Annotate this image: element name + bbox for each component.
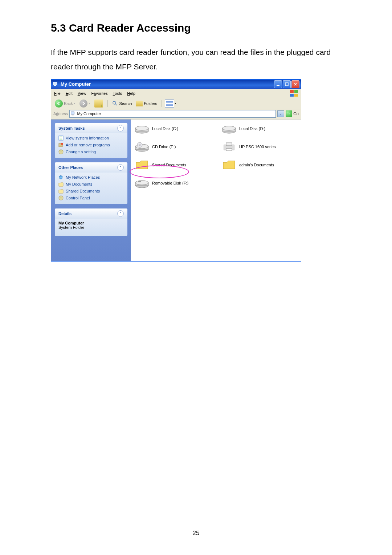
go-arrow-icon: →: [286, 110, 292, 117]
change-setting-link[interactable]: Change a setting: [58, 149, 124, 154]
network-icon: [58, 175, 64, 180]
tasks-sidebar: System Tasks ⌃ View system information: [51, 119, 131, 261]
svg-rect-32: [226, 143, 232, 146]
views-icon: [165, 100, 174, 108]
control-panel-link[interactable]: Control Panel: [58, 195, 124, 200]
close-button[interactable]: [291, 80, 299, 88]
add-remove-icon: [58, 142, 64, 147]
drive-d[interactable]: Local Disk (D:): [222, 123, 291, 134]
my-documents-link[interactable]: My Documents: [58, 182, 124, 187]
other-places-panel: Other Places ⌃ My Network Places: [55, 162, 127, 204]
svg-rect-9: [294, 94, 298, 97]
forward-arrow-icon: [79, 100, 87, 108]
svg-rect-1: [54, 85, 56, 86]
search-button[interactable]: Search: [111, 100, 133, 107]
hard-disk-icon: [222, 123, 236, 134]
menu-favorites[interactable]: Favorites: [91, 91, 107, 96]
removable-disk-icon: [135, 178, 149, 189]
search-icon: [112, 101, 118, 106]
shared-documents-link[interactable]: Shared Documents: [58, 189, 124, 194]
shared-folder-icon: [58, 189, 64, 194]
svg-point-22: [135, 126, 148, 130]
svg-point-30: [139, 144, 140, 146]
folder-icon: [222, 159, 236, 170]
printer-icon: [222, 141, 236, 152]
folder-icon: [135, 159, 149, 170]
back-button[interactable]: Back ▾: [53, 99, 77, 108]
svg-point-19: [59, 196, 63, 200]
details-type: System Folder: [58, 225, 124, 230]
svg-rect-13: [72, 115, 74, 116]
svg-rect-8: [290, 94, 294, 97]
svg-rect-12: [71, 112, 74, 114]
folders-icon: [136, 101, 143, 106]
windows-logo-icon: [290, 90, 298, 97]
my-computer-small-icon: [70, 111, 75, 116]
view-system-info-link[interactable]: View system information: [58, 135, 124, 141]
cd-drive-icon: [135, 141, 149, 152]
address-label: Address: [53, 112, 68, 116]
menu-help[interactable]: Help: [127, 91, 135, 96]
svg-rect-37: [138, 181, 141, 182]
collapse-icon[interactable]: ⌃: [117, 125, 124, 131]
back-arrow-icon: [55, 100, 63, 108]
details-name: My Computer: [58, 221, 124, 225]
details-title: Details: [58, 211, 72, 216]
drive-e[interactable]: CD Drive (E:): [135, 141, 204, 152]
menu-bar: File Edit View Favorites Tools Help: [51, 89, 301, 98]
my-documents-icon: [58, 182, 64, 187]
svg-rect-2: [277, 85, 279, 86]
minimize-button[interactable]: [274, 80, 282, 88]
address-field[interactable]: My Computer: [69, 110, 276, 118]
svg-point-10: [113, 101, 116, 104]
my-computer-icon: [53, 81, 58, 87]
svg-point-25: [222, 126, 236, 130]
details-panel: Details ⌃ My Computer System Folder: [55, 208, 127, 236]
my-computer-window: My Computer File Edit View Favorites Too…: [51, 79, 301, 262]
views-button[interactable]: ▾: [165, 100, 176, 108]
system-tasks-title: System Tasks: [58, 126, 85, 130]
forward-button[interactable]: ▾: [78, 99, 91, 108]
up-folder-icon: [94, 100, 103, 108]
collapse-icon[interactable]: ⌃: [117, 164, 124, 171]
admins-documents-folder[interactable]: admin's Documents: [222, 159, 291, 170]
svg-point-17: [59, 150, 63, 154]
my-network-places-link[interactable]: My Network Places: [58, 175, 124, 180]
go-button[interactable]: → Go: [286, 110, 299, 117]
page-number: 25: [0, 530, 392, 537]
hp-printer[interactable]: HP PSC 1600 series: [222, 141, 291, 152]
svg-line-11: [115, 104, 117, 105]
add-remove-programs-link[interactable]: Add or remove programs: [58, 142, 124, 147]
svg-rect-3: [285, 83, 288, 86]
window-title: My Computer: [61, 81, 91, 87]
section-body: If the MFP supports card reader function…: [51, 45, 341, 74]
menu-view[interactable]: View: [78, 91, 86, 96]
window-titlebar: My Computer: [51, 80, 301, 89]
main-view: Local Disk (C:) Local Disk (D:): [131, 119, 301, 261]
other-places-title: Other Places: [58, 165, 83, 170]
toolbar: Back ▾ ▾ Search Folders: [51, 98, 301, 109]
control-panel-icon: [58, 149, 64, 154]
svg-rect-0: [53, 82, 57, 85]
drive-f-removable[interactable]: Removable Disk (F:): [135, 178, 204, 189]
svg-point-36: [135, 181, 148, 185]
hard-disk-icon: [135, 123, 149, 134]
menu-edit[interactable]: Edit: [66, 91, 73, 96]
maximize-button[interactable]: [283, 80, 291, 88]
menu-file[interactable]: File: [54, 91, 61, 96]
drive-c[interactable]: Local Disk (C:): [135, 123, 204, 134]
info-icon: [58, 135, 64, 141]
control-panel-icon: [58, 195, 64, 200]
address-bar: Address My Computer ⌄ → Go: [51, 109, 301, 119]
svg-rect-33: [226, 149, 232, 151]
folders-button[interactable]: Folders: [135, 100, 159, 107]
shared-documents-folder[interactable]: Shared Documents: [135, 159, 204, 170]
svg-rect-6: [290, 90, 294, 93]
collapse-icon[interactable]: ⌃: [117, 210, 124, 217]
up-button[interactable]: [93, 99, 105, 108]
address-dropdown[interactable]: ⌄: [277, 110, 284, 117]
menu-tools[interactable]: Tools: [113, 91, 122, 96]
svg-rect-7: [294, 90, 298, 93]
svg-point-16: [61, 143, 63, 145]
section-heading: 5.3 Card Reader Accessing: [51, 22, 341, 34]
